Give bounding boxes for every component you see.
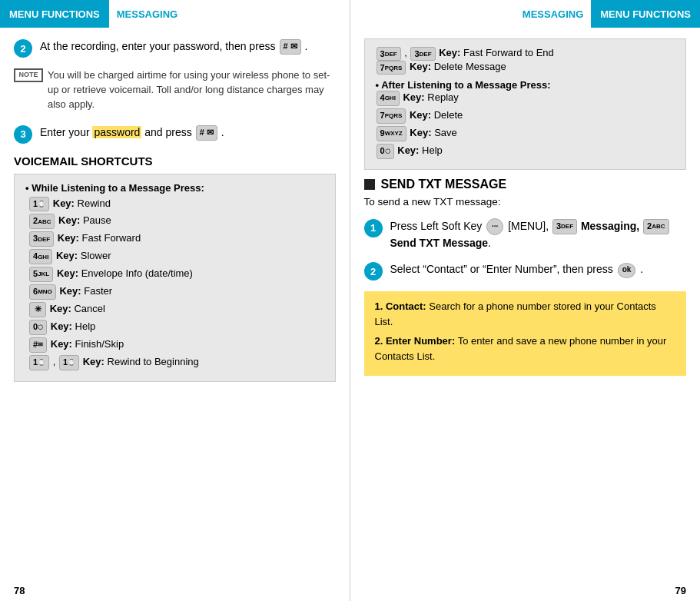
menu-soft-key-icon: ··· — [486, 218, 503, 235]
right-step1-text: Press Left Soft Key ··· [MENU], 3DEF Mes… — [390, 218, 687, 251]
right-shortcuts-box: 3DEF , 3DEF Key: Fast Forward to End 7PQ… — [364, 38, 687, 170]
key-7pqrs-icon: 7PQRS — [377, 108, 406, 124]
key-5jkl-item: 5JKL Key: Envelope Info (date/time) — [28, 267, 324, 282]
contact-info-label: 1. Contact: — [375, 300, 426, 312]
step3-text: Enter your password and press # ✉ . — [40, 125, 224, 141]
left-step3: 3 Enter your password and press # ✉ . — [14, 125, 336, 144]
enter-number-info-item: 2. Enter Number: To enter and save a new… — [375, 334, 676, 364]
right-step1-circle: 1 — [364, 219, 383, 237]
after-listening-label: • After Listening to a Message Press: — [376, 79, 551, 91]
key-3def-msg-icon: 3DEF — [552, 219, 577, 234]
key-1-icon: 1⌚ — [29, 197, 49, 212]
note-block: NOTE You will be charged airtime for usi… — [14, 68, 336, 112]
right-page-number: 79 — [350, 580, 701, 601]
select-contact-text: Select “Contact” or “Enter Number”, then… — [390, 263, 613, 275]
right-menu-functions-label: MENU FUNCTIONS — [591, 0, 700, 28]
note-icon: NOTE — [14, 68, 43, 82]
save-item: 9WXYZ Key: Save — [376, 126, 675, 141]
key-4ghi-icon: 4GHI — [29, 249, 52, 264]
key-3def-item: 3DEF Key: Fast Forward — [28, 231, 324, 247]
press-left-soft-key-text: Press Left Soft Key — [390, 220, 483, 232]
key-9wxyz-icon: 9WXYZ — [377, 126, 406, 141]
right-shortcuts-list: 3DEF , 3DEF Key: Fast Forward to End 7PQ… — [376, 47, 675, 159]
note-text: You will be charged airtime for using yo… — [48, 68, 336, 112]
ok-button-icon: ok — [618, 263, 636, 278]
key-3def-icon: 3DEF — [29, 231, 54, 247]
fast-forward-end-item: 3DEF , 3DEF Key: Fast Forward to End — [376, 47, 675, 61]
key-6mno-icon: 6MNO — [29, 284, 56, 300]
left-step2: 2 At the recording, enter your password,… — [14, 38, 336, 58]
left-page-number: 78 — [0, 580, 350, 601]
delete-message-item: 7PQRS Key: Delete Message — [376, 61, 675, 75]
key-2abc-icon: 2ABC — [29, 214, 55, 229]
send-txt-square-icon — [364, 179, 375, 190]
key-1-1-item: 1⌚ , 1⌚ Key: Rewind to Beginning — [28, 355, 324, 370]
send-txt-message-bold: Send TXT Message — [390, 237, 489, 249]
send-txt-heading-text: SEND TXT MESSAGE — [381, 178, 507, 191]
after-listening-sublist: 4GHI Key: Replay 7PQRS Key: Delete 9WXYZ… — [376, 91, 675, 159]
key-3def-a-icon: 3DEF — [377, 47, 401, 61]
key-3def-b-icon: 3DEF — [410, 47, 435, 61]
key-4ghi-r-icon: 4GHI — [377, 91, 400, 106]
menu-label-text: [MENU], — [508, 220, 549, 232]
help-item: 0◌ Key: Help — [376, 144, 675, 159]
send-txt-heading: SEND TXT MESSAGE — [364, 178, 687, 191]
info-box: 1. Contact: Search for a phone number st… — [364, 291, 687, 376]
key-7pqrs-del-icon: 7PQRS — [377, 61, 406, 75]
shortcuts-box: • While Listening to a Message Press: 1⌚… — [14, 174, 336, 382]
messaging-bold: Messaging, — [581, 220, 639, 232]
shortcuts-list: • While Listening to a Message Press: 1⌚… — [25, 182, 324, 370]
key-0-icon: 0◌ — [29, 320, 47, 335]
key-star-icon: ✳ — [29, 302, 46, 317]
send-txt-subtitle: To send a new TXT message: — [364, 196, 687, 208]
right-content: 3DEF , 3DEF Key: Fast Forward to End 7PQ… — [350, 28, 701, 580]
key-1-item: 1⌚ Key: Rewind — [28, 197, 324, 212]
right-step2: 2 Select “Contact” or “Enter Number”, th… — [364, 261, 687, 281]
hash-key-icon: # ✉ — [280, 39, 301, 55]
key-2abc-send-icon: 2ABC — [643, 219, 668, 234]
left-content: 2 At the recording, enter your password,… — [0, 28, 350, 580]
key-1b-icon: 1⌚ — [59, 355, 79, 370]
hash-key2-icon: # ✉ — [196, 125, 217, 141]
key-0-item: 0◌ Key: Help — [28, 320, 324, 335]
voicemail-heading: VOICEMAIL SHORTCUTS — [14, 154, 336, 168]
note-icon-box: NOTE — [14, 68, 42, 82]
replay-item: 4GHI Key: Replay — [376, 91, 675, 106]
right-panel: MESSAGING MENU FUNCTIONS 3DEF , 3DEF Key… — [350, 0, 701, 601]
right-step2-circle: 2 — [364, 262, 383, 281]
password-highlight: password — [92, 126, 141, 138]
key-5jkl-icon: 5JKL — [29, 267, 53, 282]
right-step1: 1 Press Left Soft Key ··· [MENU], 3DEF M… — [364, 218, 687, 251]
key-0-help-icon: 0◌ — [377, 144, 394, 159]
period-text: . — [640, 263, 643, 275]
left-menu-functions-label: MENU FUNCTIONS — [0, 0, 109, 28]
key-star-item: ✳ Key: Cancel — [28, 302, 324, 317]
key-2abc-item: 2ABC Key: Pause — [28, 214, 324, 229]
key-hash-item: #✉ Key: Finish/Skip — [28, 337, 324, 353]
while-listening-sublist: 1⌚ Key: Rewind 2ABC Key: Pause 3DEF Key:… — [25, 197, 324, 370]
while-listening-item: • While Listening to a Message Press: 1⌚… — [25, 182, 324, 370]
while-listening-label: • While Listening to a Message Press: — [25, 182, 204, 194]
key-4ghi-item: 4GHI Key: Slower — [28, 249, 324, 264]
step2-circle: 2 — [14, 39, 32, 58]
right-header: MESSAGING MENU FUNCTIONS — [350, 0, 701, 28]
right-messaging-label: MESSAGING — [515, 0, 591, 28]
left-panel: MENU FUNCTIONS MESSAGING 2 At the record… — [0, 0, 350, 601]
left-messaging-label: MESSAGING — [109, 0, 185, 28]
key-6mno-item: 6MNO Key: Faster — [28, 284, 324, 300]
delete-item: 7PQRS Key: Delete — [376, 108, 675, 124]
step3-circle: 3 — [14, 125, 32, 144]
key-hash-icon: #✉ — [29, 337, 47, 353]
contact-info-item: 1. Contact: Search for a phone number st… — [375, 299, 676, 329]
key-1a-icon: 1⌚ — [29, 355, 49, 370]
step2-text: At the recording, enter your password, t… — [40, 38, 307, 55]
after-listening-item: • After Listening to a Message Press: 4G… — [376, 79, 675, 159]
enter-number-label: 2. Enter Number: — [375, 335, 456, 347]
left-header: MENU FUNCTIONS MESSAGING — [0, 0, 350, 28]
right-step2-text: Select “Contact” or “Enter Number”, then… — [390, 261, 644, 277]
page: MENU FUNCTIONS MESSAGING 2 At the record… — [0, 0, 700, 601]
